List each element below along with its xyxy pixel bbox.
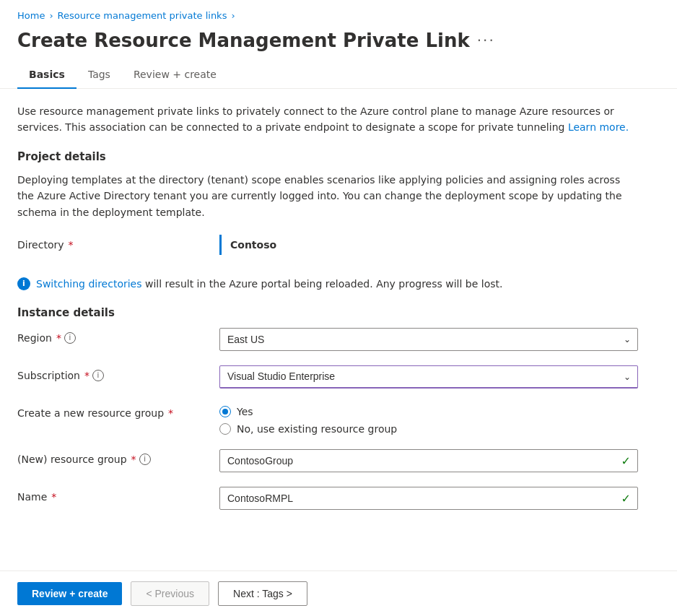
directory-display: Contoso [219,235,638,255]
create-resource-group-value: Yes No, use existing resource group [219,403,638,435]
breadcrumb: Home › Resource management private links… [0,0,677,27]
region-info-icon[interactable]: i [64,332,76,344]
name-row: Name * ✓ [17,487,638,510]
create-resource-group-label: Create a new resource group * [17,403,219,419]
radio-no[interactable]: No, use existing resource group [219,423,638,435]
radio-yes-custom [219,406,231,417]
page-header: Create Resource Management Private Link … [0,27,677,63]
subscription-value: Visual Studio Enterprise Pay-As-You-Go ⌄ [219,365,638,389]
radio-no-custom [219,423,231,435]
resource-group-row: (New) resource group * i ✓ [17,449,638,472]
resource-group-required: * [131,454,136,465]
directory-required: * [69,239,74,251]
review-create-button[interactable]: Review + create [17,582,122,605]
resource-group-input-wrapper: ✓ [219,449,638,472]
resource-group-input[interactable] [219,449,638,472]
subscription-label: Subscription * i [17,365,219,381]
resource-group-check-icon: ✓ [621,454,631,467]
subscription-select[interactable]: Visual Studio Enterprise Pay-As-You-Go [219,365,638,389]
subscription-row: Subscription * i Visual Studio Enterpris… [17,365,638,389]
learn-more-link[interactable]: Learn more. [568,121,629,133]
breadcrumb-home[interactable]: Home [17,10,45,21]
subscription-required: * [84,370,89,381]
page-title: Create Resource Management Private Link [17,30,470,51]
tab-review-create[interactable]: Review + create [122,63,228,89]
instance-details-title: Instance details [17,306,660,319]
footer: Review + create < Previous Next : Tags > [0,571,677,616]
project-details-desc: Deploying templates at the directory (te… [17,172,638,220]
create-resource-group-required: * [168,407,173,419]
breadcrumb-parent[interactable]: Resource management private links [58,10,227,21]
subscription-info-icon[interactable]: i [92,370,104,381]
radio-yes[interactable]: Yes [219,406,638,417]
info-banner-text: Switching directories will result in the… [36,277,502,292]
resource-group-label: (New) resource group * i [17,449,219,465]
project-details-title: Project details [17,150,660,163]
info-icon: i [17,277,30,290]
resource-group-value: ✓ [219,449,638,472]
info-banner: i Switching directories will result in t… [17,269,638,306]
switching-directories-link[interactable]: Switching directories [36,278,142,290]
directory-row: Directory * Contoso [17,235,638,255]
region-label: Region * i [17,328,219,344]
name-required: * [51,491,56,503]
directory-label: Directory * [17,235,219,251]
name-value: ✓ [219,487,638,510]
region-value: East US West US West Europe East Asia ⌄ [219,328,638,351]
region-select[interactable]: East US West US West Europe East Asia [219,328,638,351]
previous-button[interactable]: < Previous [131,581,209,606]
region-row: Region * i East US West US West Europe E… [17,328,638,351]
subscription-select-wrapper: Visual Studio Enterprise Pay-As-You-Go ⌄ [219,365,638,389]
more-options-icon[interactable]: ··· [477,32,495,49]
directory-value: Contoso [219,235,638,255]
region-required: * [56,332,61,344]
resource-group-info-icon[interactable]: i [139,454,151,465]
name-label: Name * [17,487,219,503]
name-check-icon: ✓ [621,491,631,505]
breadcrumb-sep2: › [231,10,235,21]
next-button[interactable]: Next : Tags > [218,581,307,606]
breadcrumb-sep1: › [49,10,53,21]
radio-yes-inner [222,409,228,415]
tab-tags[interactable]: Tags [77,63,122,89]
tab-bar: Basics Tags Review + create [0,63,677,89]
name-input[interactable] [219,487,638,510]
tab-basics[interactable]: Basics [17,63,77,89]
resource-group-radio-group: Yes No, use existing resource group [219,403,638,435]
page-description: Use resource management private links to… [17,103,638,136]
region-select-wrapper: East US West US West Europe East Asia ⌄ [219,328,638,351]
create-resource-group-row: Create a new resource group * Yes No, us… [17,403,638,435]
name-input-wrapper: ✓ [219,487,638,510]
